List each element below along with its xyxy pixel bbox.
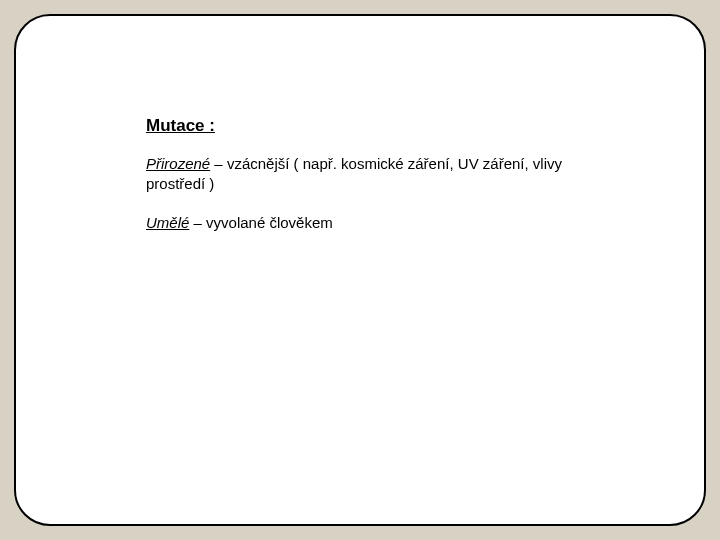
paragraph-artificial-rest: – vyvolané člověkem [189,214,332,231]
paragraph-artificial-lead: Umělé [146,214,189,231]
paragraph-natural: Přirozené – vzácnější ( např. kosmické z… [146,154,594,195]
paragraph-artificial: Umělé – vyvolané člověkem [146,213,594,233]
slide-heading: Mutace : [146,116,594,136]
paragraph-natural-lead: Přirozené [146,155,210,172]
slide-card: Mutace : Přirozené – vzácnější ( např. k… [14,14,706,526]
